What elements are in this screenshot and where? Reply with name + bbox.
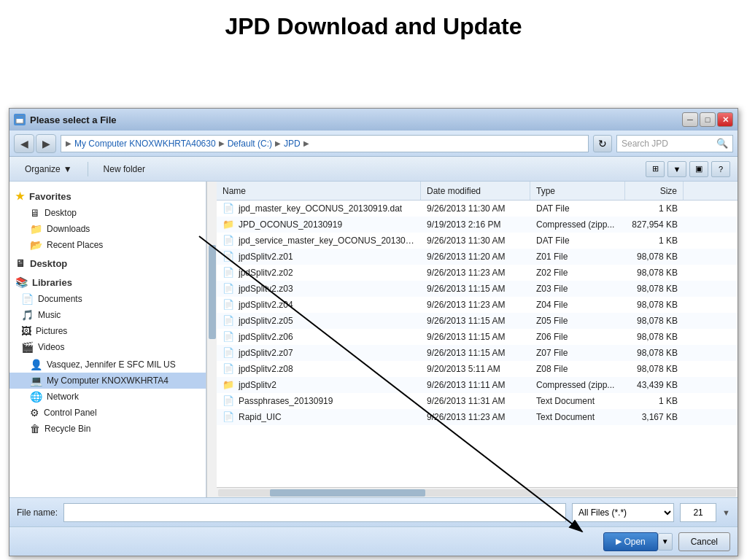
maximize-button[interactable]: □ bbox=[700, 112, 716, 127]
counter-arrow[interactable]: ▼ bbox=[722, 508, 730, 517]
file-cell-type: DAT File bbox=[530, 201, 625, 216]
sidebar-item-documents-label: Documents bbox=[38, 294, 82, 304]
file-cell-size: 1 KB bbox=[625, 393, 684, 408]
table-row[interactable]: 📄 jpdSplitv2.z05 9/26/2013 11:15 AM Z05 … bbox=[217, 313, 738, 329]
table-row[interactable]: 📄 jpdSplitv2.z06 9/26/2013 11:15 AM Z06 … bbox=[217, 329, 738, 345]
minimize-button[interactable]: ─ bbox=[682, 112, 698, 127]
sidebar-item-desktop[interactable]: 🖥 Desktop bbox=[9, 205, 206, 221]
address-path[interactable]: ▶ My Computer KNOXWKHRTA40630 ▶ Default … bbox=[61, 135, 589, 152]
open-dropdown-button[interactable]: ▼ bbox=[658, 533, 673, 551]
file-cell-size: 3,167 KB bbox=[625, 409, 684, 424]
table-row[interactable]: 📄 jpdSplitv2.z04 9/26/2013 11:23 AM Z04 … bbox=[217, 297, 738, 313]
view-details-button[interactable]: ⊞ bbox=[646, 161, 665, 177]
sidebar-item-recycle-bin[interactable]: 🗑 Recycle Bin bbox=[9, 421, 206, 437]
table-row[interactable]: 📄 jpdSplitv2.z07 9/26/2013 11:15 AM Z07 … bbox=[217, 345, 738, 361]
sidebar-item-user[interactable]: 👤 Vasquez, Jennifer E SFC MIL US bbox=[9, 357, 206, 373]
col-header-date[interactable]: Date modified bbox=[421, 182, 530, 200]
cancel-button[interactable]: Cancel bbox=[678, 532, 730, 551]
desktop-header[interactable]: 🖥 Desktop bbox=[9, 254, 206, 272]
table-row[interactable]: 📁 jpdSplitv2 9/26/2013 11:11 AM Compress… bbox=[217, 377, 738, 393]
file-list: 📄 jpd_master_key_OCONUS_20130919.dat 9/2… bbox=[217, 201, 738, 487]
open-button-label: Open bbox=[624, 537, 645, 547]
control-panel-icon: ⚙ bbox=[30, 407, 39, 419]
sidebar-item-pictures-label: Pictures bbox=[36, 326, 67, 336]
col-header-name[interactable]: Name bbox=[217, 182, 421, 200]
file-cell-name: 📁 jpdSplitv2 bbox=[217, 377, 421, 392]
sidebar-item-documents[interactable]: 📄 Documents bbox=[9, 291, 206, 307]
file-cell-name: 📄 jpd_service_master_key_OCONUS_201309..… bbox=[217, 233, 421, 248]
file-name-text: jpd_service_master_key_OCONUS_201309... bbox=[239, 236, 415, 246]
file-cell-type: Z01 File bbox=[530, 249, 625, 264]
sidebar-item-user-label: Vasquez, Jennifer E SFC MIL US bbox=[47, 359, 176, 370]
dialog-title: Please select a File bbox=[30, 114, 682, 125]
filetype-select[interactable]: All Files (*.*) bbox=[572, 503, 674, 522]
col-header-type[interactable]: Type bbox=[530, 182, 625, 200]
search-box[interactable]: Search JPD 🔍 bbox=[616, 135, 733, 152]
file-type-icon: 📄 bbox=[222, 363, 234, 374]
new-folder-button[interactable]: New folder bbox=[96, 160, 153, 179]
file-cell-name: 📄 jpd_master_key_OCONUS_20130919.dat bbox=[217, 201, 421, 216]
sidebar-item-downloads[interactable]: 📁 Downloads bbox=[9, 221, 206, 237]
close-button[interactable]: ✕ bbox=[717, 112, 733, 127]
libraries-section: 📚 Libraries 📄 Documents 🎵 Music 🖼 Pictur… bbox=[9, 273, 206, 355]
table-row[interactable]: 📄 jpdSplitv2.z01 9/26/2013 11:20 AM Z01 … bbox=[217, 249, 738, 265]
sidebar-item-music[interactable]: 🎵 Music bbox=[9, 307, 206, 323]
col-size-label: Size bbox=[660, 186, 677, 196]
left-scrollbar[interactable] bbox=[206, 182, 217, 497]
libraries-header[interactable]: 📚 Libraries bbox=[9, 273, 206, 291]
preview-button[interactable]: ▣ bbox=[689, 161, 708, 177]
forward-button[interactable]: ▶ bbox=[36, 134, 56, 153]
sidebar-item-control-panel[interactable]: ⚙ Control Panel bbox=[9, 405, 206, 421]
open-button[interactable]: ▶ Open bbox=[603, 532, 657, 551]
horizontal-scrollbar[interactable] bbox=[217, 487, 738, 497]
back-button[interactable]: ◀ bbox=[14, 134, 34, 153]
file-cell-name: 📄 Passphrases_20130919 bbox=[217, 393, 421, 408]
desktop-label: Desktop bbox=[30, 258, 67, 269]
sidebar-item-pictures[interactable]: 🖼 Pictures bbox=[9, 323, 206, 339]
bottom-bar: File name: All Files (*.*) ▼ bbox=[9, 497, 738, 526]
table-row[interactable]: 📄 jpdSplitv2.z03 9/26/2013 11:15 AM Z03 … bbox=[217, 281, 738, 297]
table-row[interactable]: 📄 jpdSplitv2.z08 9/20/2013 5:11 AM Z08 F… bbox=[217, 361, 738, 377]
computer-icon: 💻 bbox=[30, 375, 42, 386]
toolbar: Organize ▼ New folder ⊞ ▼ ▣ ? bbox=[9, 157, 738, 182]
file-cell-date: 9/26/2013 11:23 AM bbox=[421, 297, 530, 312]
pictures-icon: 🖼 bbox=[21, 325, 31, 337]
filename-input[interactable] bbox=[63, 503, 566, 522]
recycle-bin-icon: 🗑 bbox=[30, 423, 40, 435]
table-row[interactable]: 📄 Rapid_UIC 9/26/2013 11:23 AM Text Docu… bbox=[217, 409, 738, 425]
help-button[interactable]: ? bbox=[711, 161, 730, 177]
search-icon: 🔍 bbox=[716, 138, 728, 149]
table-row[interactable]: 📁 JPD_OCONUS_20130919 9/19/2013 2:16 PM … bbox=[217, 217, 738, 233]
favorites-header[interactable]: ★ Favorites bbox=[9, 187, 206, 205]
sidebar-item-videos[interactable]: 🎬 Videos bbox=[9, 339, 206, 355]
path-segment-drive: Default (C:) bbox=[228, 139, 272, 149]
file-type-icon: 📁 bbox=[222, 219, 234, 230]
table-row[interactable]: 📄 Passphrases_20130919 9/26/2013 11:31 A… bbox=[217, 393, 738, 409]
file-cell-size: 98,078 KB bbox=[625, 313, 684, 328]
table-row[interactable]: 📄 jpd_service_master_key_OCONUS_201309..… bbox=[217, 233, 738, 249]
file-type-icon: 📄 bbox=[222, 347, 234, 358]
refresh-button[interactable]: ↻ bbox=[593, 135, 612, 152]
col-header-size[interactable]: Size bbox=[625, 182, 684, 200]
table-row[interactable]: 📄 jpd_master_key_OCONUS_20130919.dat 9/2… bbox=[217, 201, 738, 217]
libraries-label: Libraries bbox=[32, 277, 72, 288]
counter-input[interactable] bbox=[680, 503, 716, 522]
sidebar-item-recent-places[interactable]: 📂 Recent Places bbox=[9, 237, 206, 253]
file-cell-date: 9/26/2013 11:23 AM bbox=[421, 265, 530, 280]
sidebar-item-network[interactable]: 🌐 Network bbox=[9, 389, 206, 405]
sidebar-item-videos-label: Videos bbox=[38, 342, 64, 352]
file-type-icon: 📄 bbox=[222, 395, 234, 406]
documents-icon: 📄 bbox=[21, 293, 34, 305]
sidebar-item-recycle-bin-label: Recycle Bin bbox=[44, 424, 90, 434]
title-bar-buttons: ─ □ ✕ bbox=[682, 112, 733, 127]
path-arrow-4: ▶ bbox=[303, 139, 309, 147]
content-area: ★ Favorites 🖥 Desktop 📁 Downloads 📂 Rece… bbox=[9, 182, 738, 497]
sidebar-item-my-computer[interactable]: 💻 My Computer KNOXWKHRTA4 bbox=[9, 373, 206, 389]
view-dropdown-button[interactable]: ▼ bbox=[667, 161, 686, 177]
file-type-icon: 📄 bbox=[222, 203, 234, 214]
file-cell-name: 📄 Rapid_UIC bbox=[217, 409, 421, 424]
organize-button[interactable]: Organize ▼ bbox=[17, 160, 80, 179]
address-bar: ◀ ▶ ▶ My Computer KNOXWKHRTA40630 ▶ Defa… bbox=[9, 131, 738, 157]
table-row[interactable]: 📄 jpdSplitv2.z02 9/26/2013 11:23 AM Z02 … bbox=[217, 265, 738, 281]
file-cell-date: 9/26/2013 11:20 AM bbox=[421, 249, 530, 264]
